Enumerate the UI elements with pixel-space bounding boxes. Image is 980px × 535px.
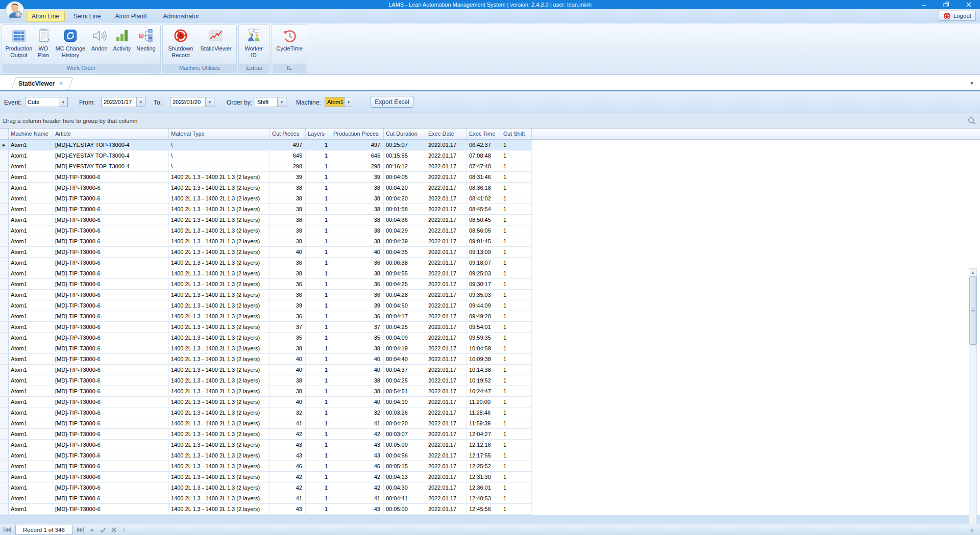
grid-cell[interactable]: 09:59:35 bbox=[467, 333, 501, 343]
chevron-down-icon[interactable]: ▼ bbox=[59, 97, 67, 107]
grid-cell[interactable]: 1 bbox=[306, 268, 331, 279]
production-output-button[interactable]: Production Output bbox=[4, 27, 34, 58]
grid-cell[interactable]: [MD]-EYESTAY TOP-T3000-4 bbox=[53, 161, 169, 172]
grid-cell[interactable]: 00:04:56 bbox=[384, 450, 426, 461]
grid-cell[interactable]: 2022.01.17 bbox=[426, 333, 467, 343]
grid-cell[interactable]: 1400 2L 1.3 - 1400 2L 1.3 (2 layers) bbox=[169, 407, 270, 418]
grid-cell[interactable]: [MD]-TIP-T3000-6 bbox=[53, 354, 169, 365]
grid-cell[interactable]: 40 bbox=[331, 397, 384, 407]
grid-cell[interactable]: 1 bbox=[306, 429, 331, 440]
grid-cell[interactable]: 38 bbox=[331, 343, 384, 354]
grid-cell[interactable]: 40 bbox=[331, 247, 384, 258]
mc-change-history-button[interactable]: MC Change History bbox=[53, 27, 88, 58]
grid-cell[interactable]: 43 bbox=[331, 450, 384, 461]
grid-cell[interactable]: 1400 2L 1.3 - 1400 2L 1.3 (2 layers) bbox=[169, 504, 270, 515]
grid-cell[interactable]: 38 bbox=[270, 236, 306, 247]
grid-cell[interactable]: 1 bbox=[501, 482, 532, 493]
grid-cell[interactable]: 2022.01.17 bbox=[426, 290, 467, 300]
logout-button[interactable]: Logout bbox=[939, 11, 976, 21]
column-header-cut-pieces[interactable]: Cut Pieces bbox=[270, 129, 306, 139]
grid-cell[interactable]: 00:15:55 bbox=[384, 150, 426, 161]
grid-cell[interactable]: \ bbox=[169, 150, 270, 161]
table-row[interactable]: Atom1[MD]-TIP-T3000-61400 2L 1.3 - 1400 … bbox=[0, 204, 980, 215]
grid-cell[interactable]: 09:44:09 bbox=[467, 300, 501, 311]
table-row[interactable]: Atom1[MD]-TIP-T3000-61400 2L 1.3 - 1400 … bbox=[0, 354, 980, 365]
grid-cell[interactable]: 1 bbox=[501, 258, 532, 268]
grid-cell[interactable]: [MD]-TIP-T3000-6 bbox=[53, 333, 169, 343]
grid-cell[interactable]: 2022.01.17 bbox=[426, 407, 467, 418]
grid-cell[interactable]: Atom1 bbox=[9, 290, 53, 300]
grid-cell[interactable]: 43 bbox=[270, 440, 306, 450]
table-row[interactable]: Atom1[MD]-TIP-T3000-61400 2L 1.3 - 1400 … bbox=[0, 215, 980, 225]
grid-cell[interactable]: [MD]-TIP-T3000-6 bbox=[53, 461, 169, 472]
grid-cell[interactable]: 1 bbox=[501, 375, 532, 386]
grid-cell[interactable]: 1 bbox=[501, 418, 532, 429]
grid-cell[interactable]: 1 bbox=[306, 311, 331, 322]
grid-cell[interactable]: 00:04:25 bbox=[384, 279, 426, 290]
grid-cell[interactable]: 09:18:07 bbox=[467, 258, 501, 268]
grid-cell[interactable]: 1400 2L 1.3 - 1400 2L 1.3 (2 layers) bbox=[169, 429, 270, 440]
user-avatar[interactable] bbox=[5, 1, 24, 20]
grid-cell[interactable]: 1 bbox=[501, 504, 532, 515]
grid-cell[interactable]: 1 bbox=[501, 279, 532, 290]
grid-cell[interactable]: [MD]-TIP-T3000-6 bbox=[53, 365, 169, 375]
grid-cell[interactable]: 1400 2L 1.3 - 1400 2L 1.3 (2 layers) bbox=[169, 354, 270, 365]
grid-cell[interactable]: 1 bbox=[501, 333, 532, 343]
grid-cell[interactable]: 38 bbox=[270, 204, 306, 215]
grid-cell[interactable]: [MD]-TIP-T3000-6 bbox=[53, 472, 169, 482]
grid-cell[interactable]: 1 bbox=[501, 140, 532, 150]
tab-close-icon[interactable]: × bbox=[59, 80, 63, 87]
grid-cell[interactable]: 1 bbox=[306, 493, 331, 504]
grid-cell[interactable]: 38 bbox=[270, 193, 306, 204]
grid-cell[interactable]: 1 bbox=[306, 418, 331, 429]
grid-cell[interactable]: 1 bbox=[306, 247, 331, 258]
grid-cell[interactable]: 42 bbox=[270, 472, 306, 482]
grid-cell[interactable]: Atom1 bbox=[9, 183, 53, 193]
grid-cell[interactable]: 1 bbox=[501, 247, 532, 258]
static-viewer-button[interactable]: StaticViewer bbox=[197, 27, 235, 52]
grid-cell[interactable]: 09:01:45 bbox=[467, 236, 501, 247]
grid-cell[interactable]: 00:04:05 bbox=[384, 172, 426, 183]
grid-cell[interactable]: Atom1 bbox=[9, 150, 53, 161]
grid-cell[interactable]: 12:25:52 bbox=[467, 461, 501, 472]
grid-cell[interactable]: 1 bbox=[501, 161, 532, 172]
table-row[interactable]: Atom1[MD]-TIP-T3000-61400 2L 1.3 - 1400 … bbox=[0, 386, 980, 397]
grid-cell[interactable]: 1 bbox=[306, 386, 331, 397]
grid-cell[interactable]: 1 bbox=[306, 183, 331, 193]
grid-cell[interactable]: 46 bbox=[331, 461, 384, 472]
grid-cell[interactable]: [MD]-TIP-T3000-6 bbox=[53, 429, 169, 440]
table-row[interactable]: Atom1[MD]-TIP-T3000-61400 2L 1.3 - 1400 … bbox=[0, 311, 980, 322]
grid-cell[interactable]: 1 bbox=[501, 461, 532, 472]
tab-staticviewer[interactable]: StaticViewer× bbox=[11, 78, 69, 90]
grid-cell[interactable]: 43 bbox=[331, 440, 384, 450]
grid-cell[interactable]: 1 bbox=[306, 193, 331, 204]
grid-cell[interactable]: Atom1 bbox=[9, 268, 53, 279]
grid-cell[interactable]: 1400 2L 1.3 - 1400 2L 1.3 (2 layers) bbox=[169, 386, 270, 397]
grid-cell[interactable]: [MD]-TIP-T3000-6 bbox=[53, 407, 169, 418]
table-row[interactable]: Atom1[MD]-TIP-T3000-61400 2L 1.3 - 1400 … bbox=[0, 279, 980, 290]
table-row[interactable]: Atom1[MD]-TIP-T3000-61400 2L 1.3 - 1400 … bbox=[0, 397, 980, 407]
grid-cell[interactable]: 1 bbox=[306, 482, 331, 493]
grid-cell[interactable]: 00:05:15 bbox=[384, 461, 426, 472]
grid-cell[interactable]: 38 bbox=[331, 375, 384, 386]
grid-cell[interactable]: 1 bbox=[306, 279, 331, 290]
grid-cell[interactable]: 37 bbox=[270, 322, 306, 333]
orderby-select[interactable]: Shift▼ bbox=[255, 97, 286, 107]
grid-cell[interactable]: Atom1 bbox=[9, 225, 53, 236]
grid-cell[interactable]: 09:13:09 bbox=[467, 247, 501, 258]
grid-cell[interactable]: 43 bbox=[331, 504, 384, 515]
grid-cell[interactable]: 2022.01.17 bbox=[426, 504, 467, 515]
grid-cell[interactable]: 00:04:09 bbox=[384, 333, 426, 343]
grid-cell[interactable]: [MD]-TIP-T3000-6 bbox=[53, 247, 169, 258]
grid-cell[interactable]: [MD]-EYESTAY TOP-T3000-4 bbox=[53, 140, 169, 150]
cycle-time-button[interactable]: CycleTime bbox=[274, 27, 305, 52]
grid-cell[interactable]: 1400 2L 1.3 - 1400 2L 1.3 (2 layers) bbox=[169, 333, 270, 343]
grid-cell[interactable]: 36 bbox=[331, 258, 384, 268]
grid-cell[interactable]: 12:40:53 bbox=[467, 493, 501, 504]
grid-cell[interactable]: Atom1 bbox=[9, 504, 53, 515]
table-row[interactable]: Atom1[MD]-TIP-T3000-61400 2L 1.3 - 1400 … bbox=[0, 429, 980, 440]
grid-cell[interactable]: 2022.01.17 bbox=[426, 140, 467, 150]
grid-cell[interactable]: 08:50:45 bbox=[467, 215, 501, 225]
grid-cell[interactable]: 1 bbox=[501, 311, 532, 322]
activity-button[interactable]: Activity bbox=[111, 27, 133, 52]
